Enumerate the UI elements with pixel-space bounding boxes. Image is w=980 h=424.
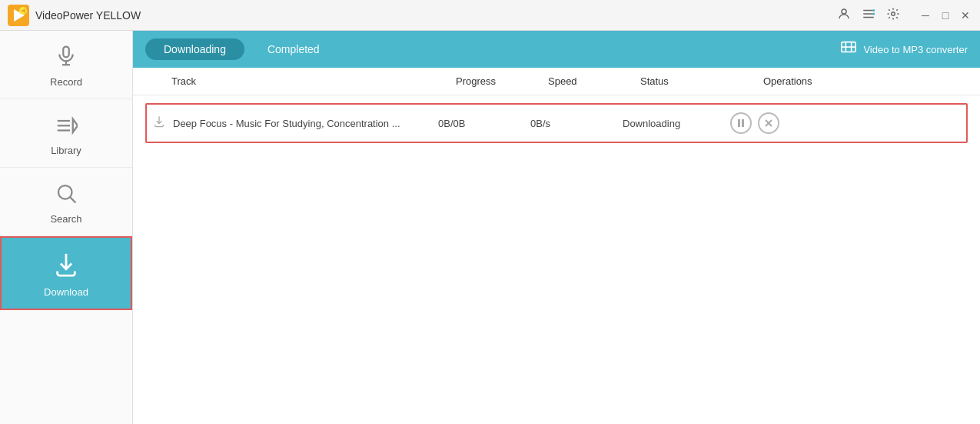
row-status: Downloading: [623, 118, 730, 129]
svg-line-19: [71, 198, 76, 203]
row-operations: [730, 112, 960, 134]
converter-icon: [840, 39, 857, 60]
row-speed: 0B/s: [530, 118, 623, 129]
settings-icon[interactable]: [886, 7, 900, 24]
library-icon: [55, 113, 78, 140]
sidebar: Record Library Search: [0, 31, 133, 424]
col-header-status: Status: [640, 75, 763, 87]
sidebar-search-label: Search: [50, 213, 81, 225]
row-track-name: Deep Focus - Music For Studying, Concent…: [173, 118, 438, 129]
converter-label: Video to MP3 converter: [863, 44, 968, 55]
sidebar-item-search[interactable]: Search: [0, 168, 132, 236]
sidebar-item-download[interactable]: Download: [0, 236, 132, 310]
table-row: Deep Focus - Music For Studying, Concent…: [145, 103, 968, 143]
close-button[interactable]: ✕: [958, 8, 972, 22]
content-area: Downloading Completed Video to MP3 conve…: [133, 31, 980, 424]
title-bar-left: VideoPower YELLOW: [8, 5, 141, 26]
col-header-track: Track: [171, 75, 456, 87]
title-bar: VideoPower YELLOW ─ □: [0, 0, 980, 31]
download-row-icon: [153, 115, 165, 131]
main-layout: Record Library Search: [0, 31, 980, 424]
svg-point-4: [842, 9, 846, 14]
svg-rect-22: [738, 119, 740, 127]
app-logo: [8, 5, 29, 26]
title-bar-right: ─ □ ✕: [837, 7, 972, 24]
svg-point-10: [892, 12, 895, 15]
list-icon[interactable]: [862, 7, 875, 24]
svg-point-8: [872, 9, 875, 12]
sidebar-record-label: Record: [50, 76, 82, 88]
download-icon: [53, 252, 79, 282]
svg-point-18: [58, 185, 72, 199]
sidebar-item-record[interactable]: Record: [0, 31, 132, 99]
table-header: Track Progress Speed Status Operations: [133, 68, 980, 95]
microphone-icon: [55, 45, 78, 72]
sidebar-library-label: Library: [51, 145, 81, 156]
sidebar-item-library[interactable]: Library: [0, 99, 132, 168]
pause-button[interactable]: [730, 112, 752, 134]
row-progress: 0B/0B: [438, 118, 530, 129]
tab-completed[interactable]: Completed: [249, 38, 338, 60]
window-controls[interactable]: ─ □ ✕: [919, 8, 972, 22]
converter-button[interactable]: Video to MP3 converter: [840, 39, 968, 60]
content-header: Downloading Completed Video to MP3 conve…: [133, 31, 980, 68]
maximize-button[interactable]: □: [938, 8, 952, 22]
svg-rect-23: [742, 119, 744, 127]
cancel-button[interactable]: [758, 112, 779, 134]
col-header-speed: Speed: [548, 75, 640, 87]
tab-group: Downloading Completed: [145, 38, 338, 60]
table-body: Deep Focus - Music For Studying, Concent…: [133, 95, 980, 424]
sidebar-download-label: Download: [44, 286, 88, 298]
col-header-progress: Progress: [456, 75, 548, 87]
user-icon[interactable]: [837, 7, 851, 24]
minimize-button[interactable]: ─: [919, 8, 932, 22]
svg-marker-17: [73, 119, 78, 133]
svg-point-9: [872, 12, 875, 15]
col-header-operations: Operations: [763, 75, 968, 87]
svg-rect-11: [63, 47, 69, 58]
app-title: VideoPower YELLOW: [35, 9, 141, 22]
search-icon: [55, 182, 78, 209]
tab-downloading[interactable]: Downloading: [145, 38, 244, 60]
